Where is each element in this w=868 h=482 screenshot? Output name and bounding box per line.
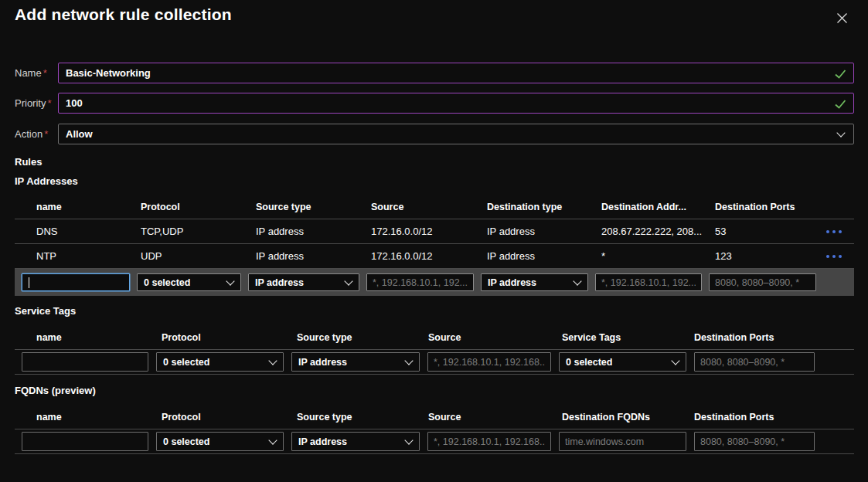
name-field	[58, 63, 854, 83]
cell-source: 172.16.0.0/12	[371, 226, 487, 237]
new-rule-destination-ports-field	[709, 273, 816, 291]
cell-name: NTP	[36, 250, 141, 262]
name-input[interactable]	[59, 67, 853, 79]
new-rule-name-field	[22, 352, 148, 372]
action-form-row: Action* Allow	[15, 124, 854, 144]
new-rule-service-tags-select[interactable]: 0 selected	[559, 352, 686, 372]
chevron-down-icon	[226, 277, 234, 285]
table-row-ntp: NTP UDP IP address 172.16.0.0/12 IP addr…	[15, 244, 854, 269]
action-label: Action*	[15, 128, 58, 140]
source-type-selected-value: IP address	[255, 277, 304, 288]
cell-protocol: TCP,UDP	[141, 226, 256, 237]
column-header-source-type: Source type	[297, 412, 428, 423]
column-header-name: name	[36, 202, 141, 212]
cell-destination-ports: 123	[715, 250, 815, 262]
row-more-options-button[interactable]	[826, 230, 848, 233]
required-asterisk: *	[44, 128, 48, 140]
new-rule-source-field	[366, 273, 474, 291]
chevron-down-icon	[268, 356, 277, 365]
priority-field	[58, 93, 854, 114]
new-rule-source-type-select[interactable]: IP address	[291, 352, 420, 372]
required-asterisk: *	[43, 67, 47, 79]
column-header-protocol: Protocol	[162, 332, 297, 343]
close-icon	[836, 12, 848, 24]
service-tags-selected-value: 0 selected	[566, 357, 612, 368]
text-cursor	[29, 277, 29, 288]
new-rule-source-type-select[interactable]: IP address	[248, 273, 359, 291]
new-rule-source-input[interactable]	[367, 277, 473, 288]
fqdns-heading: FQDNs (preview)	[15, 383, 854, 399]
column-header-source-type: Source type	[256, 202, 371, 212]
cell-source: 172.16.0.0/12	[371, 250, 487, 262]
chevron-down-icon	[573, 277, 581, 285]
new-rule-destination-fqdns-field	[559, 432, 686, 451]
new-rule-protocol-select[interactable]: 0 selected	[156, 432, 284, 451]
column-header-name: name	[36, 332, 162, 343]
new-rule-destination-ports-input[interactable]	[710, 277, 815, 288]
new-rule-name-input[interactable]	[22, 436, 148, 447]
new-rule-name-input[interactable]	[22, 357, 148, 368]
column-header-destination-ports: Destination Ports	[715, 202, 815, 212]
name-label: Name*	[15, 67, 58, 79]
new-rule-name-input[interactable]	[22, 277, 129, 288]
new-rule-protocol-select[interactable]: 0 selected	[156, 352, 284, 372]
new-rule-name-field	[22, 432, 148, 451]
action-select[interactable]: Allow	[58, 124, 854, 144]
protocol-selected-value: 0 selected	[144, 277, 190, 288]
trash-icon	[815, 249, 819, 263]
cell-destination-ports: 53	[715, 226, 815, 237]
ip-addresses-section: IP Addresses name Protocol Source type S…	[15, 174, 854, 296]
cell-source-type: IP address	[256, 250, 371, 262]
protocol-selected-value: 0 selected	[163, 357, 209, 368]
column-header-name: name	[36, 412, 162, 423]
new-rule-source-input[interactable]	[428, 436, 550, 447]
row-more-options-button[interactable]	[826, 255, 848, 258]
chevron-down-icon	[344, 277, 352, 285]
new-rule-name-field	[22, 273, 130, 291]
destination-type-selected-value: IP address	[488, 277, 536, 288]
valid-check-icon	[835, 70, 846, 79]
new-rule-destination-ports-input[interactable]	[695, 436, 814, 447]
new-rule-source-field	[427, 432, 551, 451]
cell-destination-type: IP address	[487, 226, 601, 237]
new-rule-source-type-select[interactable]: IP address	[291, 432, 420, 451]
new-rule-protocol-select[interactable]: 0 selected	[137, 273, 241, 291]
priority-input[interactable]	[59, 97, 853, 109]
column-header-source: Source	[428, 412, 562, 423]
cell-destination-address: 208.67.222.222, 208...	[601, 226, 715, 237]
new-rule-source-input[interactable]	[428, 357, 550, 368]
new-rule-destination-address-input[interactable]	[596, 277, 701, 288]
ip-table-header: name Protocol Source type Source Destina…	[15, 195, 854, 219]
chevron-down-icon	[836, 128, 845, 137]
new-rule-destination-type-select[interactable]: IP address	[481, 273, 588, 291]
page-title: Add network rule collection	[15, 5, 232, 24]
cell-destination-type: IP address	[487, 250, 601, 262]
name-form-row: Name*	[15, 63, 854, 83]
chevron-down-icon	[404, 356, 413, 365]
column-header-destination-fqdns: Destination FQDNs	[562, 412, 694, 423]
source-type-selected-value: IP address	[298, 357, 347, 368]
delete-row-button[interactable]	[815, 249, 819, 263]
protocol-selected-value: 0 selected	[163, 436, 209, 447]
new-rule-source-field	[427, 352, 551, 372]
delete-row-button[interactable]	[815, 225, 819, 238]
new-rule-destination-ports-field	[694, 432, 815, 451]
priority-label: Priority*	[15, 97, 58, 109]
service-tags-new-rule-row: 0 selected IP address 0 selected	[15, 350, 854, 375]
column-header-source: Source	[371, 202, 487, 212]
close-button[interactable]	[835, 11, 849, 25]
new-rule-destination-ports-input[interactable]	[695, 357, 814, 368]
ip-new-rule-row: 0 selected IP address IP address	[15, 269, 854, 296]
column-header-protocol: Protocol	[141, 202, 256, 212]
action-selected-value: Allow	[66, 128, 93, 140]
service-tags-table-header: name Protocol Source type Source Service…	[15, 326, 854, 349]
rules-heading: Rules	[15, 154, 854, 170]
column-header-protocol: Protocol	[162, 412, 297, 423]
ip-addresses-heading: IP Addresses	[15, 174, 854, 189]
trash-icon	[815, 225, 819, 238]
fqdns-new-rule-row: 0 selected IP address	[15, 429, 854, 454]
new-rule-destination-fqdns-input[interactable]	[560, 436, 686, 447]
service-tags-section: Service Tags name Protocol Source type S…	[15, 304, 854, 375]
source-type-selected-value: IP address	[298, 436, 347, 447]
cell-source-type: IP address	[256, 226, 371, 237]
